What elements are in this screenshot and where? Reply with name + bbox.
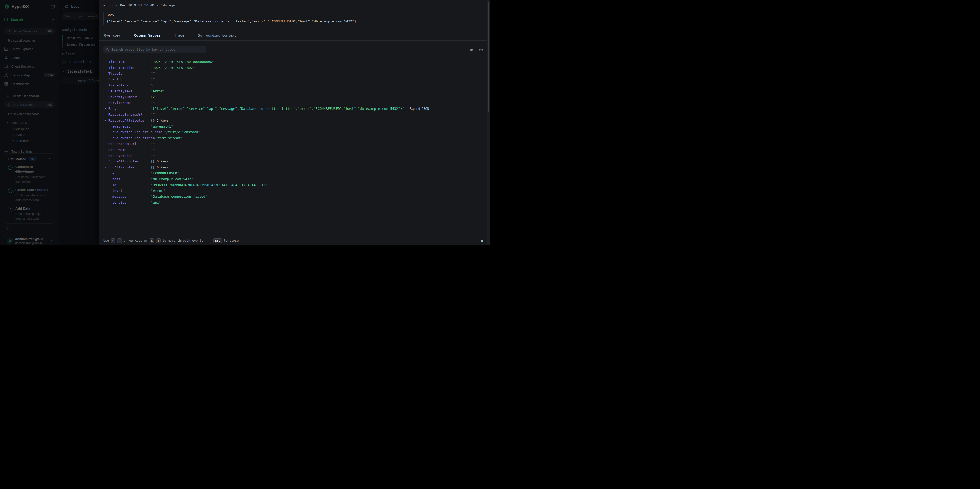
table-row[interactable]: aws.region"us-east-1" bbox=[103, 123, 483, 129]
table-row[interactable]: SeverityText"error" bbox=[103, 88, 483, 94]
table-row[interactable]: error"ECONNREFUSED" bbox=[103, 170, 483, 176]
property-value: "us-east-1" bbox=[151, 124, 173, 128]
separator: · bbox=[157, 3, 159, 7]
table-row[interactable]: host"db.example.com:5432" bbox=[103, 176, 483, 182]
table-row[interactable]: cloudwatch.log.stream"test-stream" bbox=[103, 135, 483, 141]
gear-icon[interactable] bbox=[479, 47, 483, 52]
event-timestamp: Dec 10 9:51:30 AM bbox=[120, 3, 154, 7]
table-row[interactable]: cloudwatch.log.group.name"/test/clicksta… bbox=[103, 129, 483, 135]
body-card-label: Body bbox=[107, 13, 480, 17]
properties-table: Timestamp"2025-12-10T15:51:30.000000000Z… bbox=[103, 57, 483, 207]
table-row[interactable]: ScopeName"" bbox=[103, 147, 483, 153]
modal-footer: Use ← → arrow keys or k j to move throug… bbox=[99, 237, 490, 244]
property-value: "393693317069904167066162795804376914186… bbox=[151, 183, 267, 187]
property-value: "" bbox=[151, 72, 155, 75]
footer-text: arrow keys or bbox=[124, 239, 148, 242]
property-value: "" bbox=[151, 148, 155, 152]
arrow-right-key: → bbox=[117, 238, 122, 243]
property-value: "" bbox=[151, 101, 155, 105]
property-key: ResourceSchemaUrl bbox=[108, 113, 150, 116]
property-key: TimestampTime bbox=[108, 66, 150, 70]
table-row[interactable]: ScopeAttributes{} 0 keys bbox=[103, 159, 483, 164]
table-row[interactable]: ScopeVersion"" bbox=[103, 153, 483, 159]
property-key: ServiceName bbox=[108, 101, 150, 105]
property-key: SeverityNumber bbox=[108, 95, 150, 99]
footer-text: to move through events bbox=[162, 239, 204, 242]
table-row[interactable]: ▾LogAttributes{} 6 keys bbox=[103, 164, 483, 170]
property-value: "error" bbox=[151, 89, 165, 93]
tab-trace[interactable]: Trace bbox=[173, 31, 185, 40]
search-icon bbox=[106, 48, 109, 51]
scrollbar-thumb[interactable] bbox=[488, 2, 490, 112]
table-row[interactable]: message"Database connection failed" bbox=[103, 194, 483, 199]
footer-text: to close bbox=[224, 239, 239, 242]
close-icon[interactable]: × bbox=[480, 239, 483, 243]
property-value: "" bbox=[151, 113, 155, 116]
arrow-left-key: ← bbox=[111, 238, 115, 243]
app: HyperDX Search Saved Searches ⌘K No sa bbox=[0, 0, 490, 244]
property-key: cloudwatch.log.stream bbox=[112, 136, 154, 140]
table-row[interactable]: id"3936933170699041670661627958043769141… bbox=[103, 182, 483, 188]
property-value: {} 0 keys bbox=[151, 159, 169, 163]
property-value: "test-stream" bbox=[156, 136, 182, 140]
event-header: error · Dec 10 9:51:30 AM · 14m ago bbox=[99, 0, 490, 7]
property-key: TraceId bbox=[108, 72, 150, 75]
property-key: ScopeSchemaUrl bbox=[108, 142, 150, 146]
table-row[interactable]: ServiceName"" bbox=[103, 100, 483, 106]
modal-overlay[interactable] bbox=[0, 0, 99, 244]
caret-down-icon[interactable]: ▾ bbox=[105, 119, 107, 122]
wrap-lines-icon[interactable] bbox=[470, 47, 474, 52]
table-row[interactable]: TimestampTime"2025-12-10T15:51:30Z" bbox=[103, 65, 483, 71]
property-value: "Database connection failed" bbox=[151, 194, 207, 199]
property-key: error bbox=[112, 171, 150, 175]
property-value: "2025-12-10T15:51:30Z" bbox=[151, 66, 195, 70]
property-value: {} 3 keys bbox=[151, 118, 169, 123]
tab-overview[interactable]: Overview bbox=[103, 31, 121, 40]
caret-down-icon[interactable]: ▾ bbox=[105, 166, 107, 169]
property-value: "db.example.com:5432" bbox=[151, 177, 193, 181]
toolbar-icons bbox=[470, 47, 483, 52]
property-key: Body bbox=[108, 107, 150, 111]
property-value: "" bbox=[151, 142, 155, 146]
caret-right-icon[interactable]: ▸ bbox=[105, 107, 107, 110]
table-row[interactable]: SeverityNumber17 bbox=[103, 94, 483, 100]
property-key: level bbox=[112, 189, 150, 193]
table-row[interactable]: service"api" bbox=[103, 199, 483, 205]
property-key: TraceFlags bbox=[108, 83, 150, 87]
expand-json-button[interactable]: Expand JSON bbox=[407, 106, 431, 111]
table-row[interactable]: ▸Body"{"level":"error","service":"api","… bbox=[103, 106, 483, 111]
tab-column-values[interactable]: Column Values bbox=[134, 31, 161, 40]
property-value: "2025-12-10T15:51:30.000000000Z" bbox=[151, 60, 215, 64]
property-value: "api" bbox=[151, 201, 161, 204]
property-value: "ECONNREFUSED" bbox=[151, 171, 179, 175]
table-row[interactable]: TraceId"" bbox=[103, 71, 483, 76]
table-row[interactable]: ScopeSchemaUrl"" bbox=[103, 141, 483, 147]
property-key: SpanId bbox=[108, 77, 150, 81]
property-key: aws.region bbox=[112, 124, 150, 128]
property-value: {} 6 keys bbox=[151, 165, 169, 169]
body-card: Body {"level":"error","service":"api","m… bbox=[103, 11, 483, 27]
property-key: ScopeName bbox=[108, 148, 150, 152]
table-row[interactable]: SpanId"" bbox=[103, 76, 483, 82]
k-key: k bbox=[150, 238, 154, 243]
footer-text: Use bbox=[103, 239, 109, 242]
detail-tabs: OverviewColumn ValuesTraceSurrounding Co… bbox=[99, 31, 490, 41]
severity-badge: error bbox=[103, 3, 113, 7]
scrollbar[interactable] bbox=[487, 0, 490, 244]
property-key: id bbox=[112, 183, 150, 187]
table-row[interactable]: TraceFlags0 bbox=[103, 82, 483, 88]
property-key: ScopeAttributes bbox=[108, 159, 150, 163]
divider bbox=[208, 239, 208, 243]
property-key: cloudwatch.log.group.name bbox=[112, 130, 163, 134]
properties-toolbar: Search properties by key or value bbox=[103, 46, 483, 53]
properties-search-input[interactable]: Search properties by key or value bbox=[103, 46, 206, 53]
property-value: "" bbox=[151, 77, 155, 81]
table-row[interactable]: ResourceSchemaUrl"" bbox=[103, 111, 483, 118]
property-key: SeverityText bbox=[108, 89, 150, 93]
table-row[interactable]: ▾ResourceAttributes{} 3 keys bbox=[103, 118, 483, 123]
tab-surrounding-context[interactable]: Surrounding Context bbox=[197, 31, 237, 40]
table-row[interactable]: Timestamp"2025-12-10T15:51:30.000000000Z… bbox=[103, 59, 483, 65]
property-value: "" bbox=[151, 154, 155, 158]
table-row[interactable]: level"error" bbox=[103, 188, 483, 194]
separator: · bbox=[116, 3, 118, 7]
